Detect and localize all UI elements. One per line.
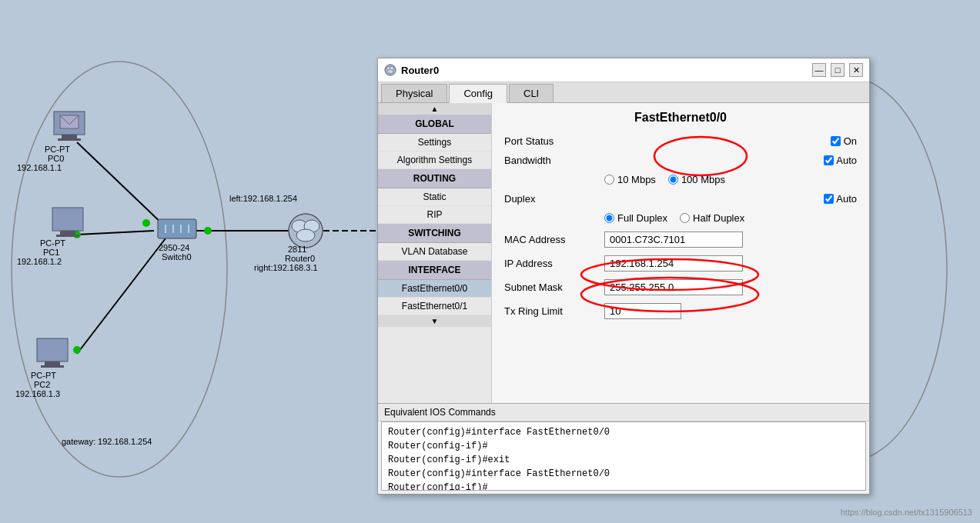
watermark: https://blog.csdn.net/tx1315906513 — [841, 508, 972, 517]
svg-rect-21 — [37, 338, 68, 361]
sidebar-algorithm-settings[interactable]: Algorithm Settings — [378, 152, 491, 169]
duplex-auto-label: Auto — [836, 193, 857, 205]
svg-rect-24 — [158, 219, 196, 238]
subnet-label: Subnet Mask — [504, 281, 604, 293]
bandwidth-100-radio[interactable] — [668, 175, 678, 185]
pc1-ip: 192.168.1.2 — [17, 257, 62, 266]
panel-title: FastEthernet0/0 — [504, 111, 857, 125]
tx-input[interactable] — [604, 303, 681, 319]
svg-point-8 — [142, 219, 150, 227]
svg-rect-15 — [62, 135, 77, 138]
bandwidth-auto-checkbox[interactable] — [824, 155, 834, 165]
sidebar-fastethernet01[interactable]: FastEthernet0/1 — [378, 298, 491, 315]
sidebar-static[interactable]: Static — [378, 188, 491, 206]
bandwidth-label: Bandwidth — [504, 155, 604, 166]
right-ip: right:192.168.3.1 — [254, 263, 318, 272]
maximize-button[interactable]: □ — [831, 63, 845, 77]
ip-input[interactable] — [604, 255, 743, 271]
half-duplex-radio[interactable] — [680, 213, 690, 223]
sidebar-rip[interactable]: RIP — [378, 206, 491, 224]
bandwidth-10-label: 10 Mbps — [617, 174, 656, 185]
pc2-label: PC-PT — [31, 371, 56, 380]
mac-row: MAC Address — [504, 232, 857, 248]
terminal-header: Equivalent IOS Commands — [378, 404, 869, 421]
svg-rect-16 — [58, 138, 81, 141]
minimize-button[interactable]: — — [812, 63, 826, 77]
svg-point-10 — [73, 346, 81, 354]
full-duplex-label: Full Duplex — [617, 212, 667, 224]
pc0-ip: 192.168.1.1 — [17, 163, 62, 172]
sidebar-vlan[interactable]: VLAN Database — [378, 243, 491, 261]
window-body: ▲ GLOBAL Settings Algorithm Settings ROU… — [378, 103, 869, 403]
router-name: Router0 — [285, 254, 315, 263]
left-ip: left:192.168.1.254 — [229, 194, 297, 203]
titlebar-left: Router0 — [384, 64, 439, 76]
tabs-bar: Physical Config CLI — [378, 82, 869, 103]
right-panel: FastEthernet0/0 Port Status On Bandwidth — [492, 103, 869, 403]
terminal-body[interactable]: Router(config)#interface FastEthernet0/0… — [381, 421, 866, 491]
titlebar-controls: — □ ✕ — [812, 63, 863, 77]
pc0-label: PC-PT — [45, 145, 70, 154]
mac-input[interactable] — [604, 232, 743, 248]
terminal-line-0: Router(config)#interface FastEthernet0/0 — [388, 425, 859, 439]
tab-config[interactable]: Config — [449, 84, 507, 103]
terminal-line-4: Router(config-if)# — [388, 481, 859, 491]
half-duplex-option[interactable]: Half Duplex — [680, 212, 744, 224]
pc0-name: PC0 — [48, 154, 64, 163]
tx-row: Tx Ring Limit — [504, 303, 857, 319]
terminal-line-2: Router(config-if)#exit — [388, 453, 859, 467]
bandwidth-radio-row: 10 Mbps 100 Mbps — [504, 174, 857, 185]
port-status-row: Port Status On — [504, 135, 857, 147]
routing-header: ROUTING — [378, 169, 491, 188]
bandwidth-100-option[interactable]: 100 Mbps — [668, 174, 725, 185]
interface-header: INTERFACE — [378, 261, 491, 280]
titlebar: Router0 — □ ✕ — [378, 58, 869, 82]
svg-rect-19 — [60, 231, 75, 235]
port-status-checkbox[interactable] — [831, 136, 841, 146]
sidebar-scroll-up[interactable]: ▲ — [378, 103, 491, 115]
mac-label: MAC Address — [504, 234, 604, 245]
router-icon — [384, 64, 396, 76]
svg-point-32 — [296, 229, 315, 242]
svg-point-13 — [204, 227, 212, 235]
bandwidth-10-option[interactable]: 10 Mbps — [604, 174, 656, 185]
ip-row: IP Address — [504, 255, 857, 271]
full-duplex-option[interactable]: Full Duplex — [604, 212, 667, 224]
sidebar-scroll-down[interactable]: ▼ — [378, 315, 491, 327]
duplex-auto-checkbox[interactable] — [824, 194, 834, 204]
tx-label: Tx Ring Limit — [504, 305, 604, 317]
subnet-input[interactable] — [604, 279, 743, 295]
terminal-section: Equivalent IOS Commands Router(config)#i… — [378, 403, 869, 491]
sidebar: ▲ GLOBAL Settings Algorithm Settings ROU… — [378, 103, 492, 403]
close-button[interactable]: ✕ — [849, 63, 863, 77]
switch-model: 2950-24 — [159, 243, 189, 252]
bandwidth-value: Auto — [604, 155, 857, 166]
svg-rect-20 — [56, 235, 79, 237]
bandwidth-auto-label: Auto — [836, 155, 857, 166]
switching-header: SWITCHING — [378, 224, 491, 243]
port-status-on: On — [844, 135, 857, 147]
sidebar-settings[interactable]: Settings — [378, 134, 491, 152]
tab-physical[interactable]: Physical — [381, 84, 447, 102]
duplex-row: Duplex Auto — [504, 193, 857, 205]
terminal-line-3: Router(config)#interface FastEthernet0/0 — [388, 467, 859, 481]
svg-rect-22 — [45, 361, 60, 365]
port-status-value: On — [604, 135, 857, 147]
pc2-ip: 192.168.1.3 — [15, 389, 60, 398]
global-header: GLOBAL — [378, 115, 491, 134]
tab-cli[interactable]: CLI — [509, 84, 554, 102]
sidebar-fastethernet00[interactable]: FastEthernet0/0 — [378, 280, 491, 298]
full-duplex-radio[interactable] — [604, 213, 614, 223]
half-duplex-label: Half Duplex — [693, 212, 744, 224]
svg-rect-18 — [52, 208, 83, 231]
subnet-row: Subnet Mask — [504, 279, 857, 295]
router-window: Router0 — □ ✕ Physical Config CLI ▲ GLOB… — [377, 58, 870, 495]
gateway-label: gateway: 192.168.1.254 — [62, 437, 152, 446]
pc1-name: PC1 — [43, 248, 59, 257]
bandwidth-10-radio[interactable] — [604, 175, 614, 185]
terminal-line-1: Router(config-if)# — [388, 439, 859, 453]
svg-rect-17 — [60, 115, 79, 128]
ip-label: IP Address — [504, 258, 604, 269]
duplex-radio-row: Full Duplex Half Duplex — [504, 212, 857, 224]
pc2-name: PC2 — [34, 380, 50, 389]
